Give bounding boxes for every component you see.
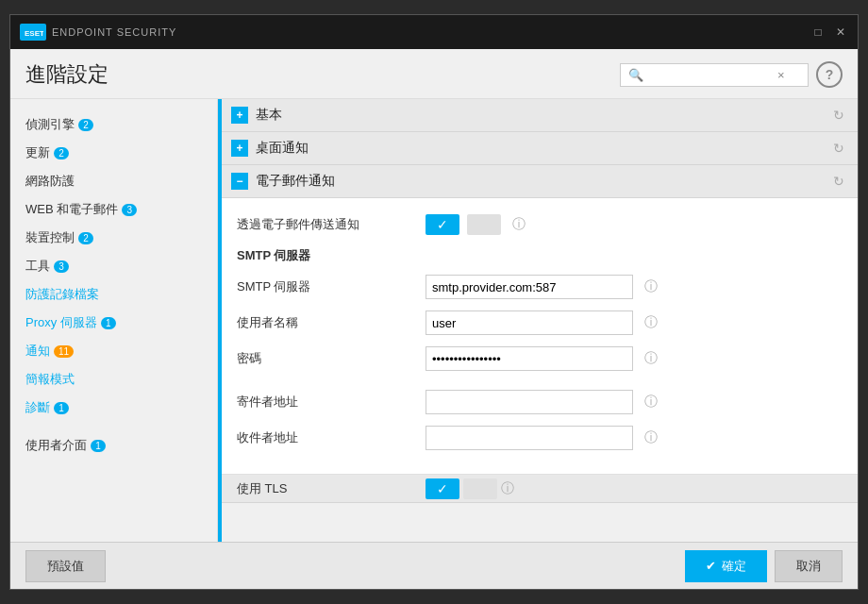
badge-detection-engine: 2	[78, 119, 93, 131]
sidebar-item-user-interface[interactable]: 使用者介面 1	[10, 431, 217, 460]
section-desktop-expand-icon: +	[231, 140, 248, 157]
section-basic-expand-icon: +	[231, 107, 248, 124]
section-desktop-reset-button[interactable]: ↻	[833, 141, 844, 156]
eset-logo-icon: ESET	[20, 24, 46, 41]
badge-diagnostics: 1	[54, 402, 69, 414]
label-username: 使用者名稱	[237, 314, 426, 331]
info-icon-recipient[interactable]: ⓘ	[644, 429, 658, 446]
sidebar-item-web-email[interactable]: WEB 和電子郵件 3	[10, 195, 217, 224]
control-password: ⓘ	[426, 346, 839, 371]
info-icon-sender[interactable]: ⓘ	[644, 394, 658, 411]
sidebar-item-tools[interactable]: 工具 3	[10, 252, 217, 280]
label-recipient: 收件者地址	[237, 429, 426, 446]
footer-right: ✔ 確定 取消	[685, 550, 843, 582]
input-password[interactable]	[426, 346, 633, 371]
sidebar-item-report-mode[interactable]: 簡報模式	[10, 365, 217, 394]
section-email-notification-header[interactable]: − 電子郵件通知 ↻	[218, 165, 858, 198]
label-smtp-server: SMTP 伺服器	[237, 278, 426, 295]
sidebar-label-update: 更新	[25, 144, 50, 161]
sidebar-item-detection-engine[interactable]: 偵測引擎 2	[10, 110, 217, 139]
toggle-tls-off[interactable]	[463, 478, 497, 499]
page-title: 進階設定	[25, 60, 108, 89]
badge-web-email: 3	[122, 204, 137, 216]
info-icon-smtp-server[interactable]: ⓘ	[644, 278, 658, 295]
sidebar-item-update[interactable]: 更新 2	[10, 139, 217, 167]
header-right: 🔍 × ?	[620, 61, 843, 88]
cancel-button[interactable]: 取消	[775, 550, 843, 582]
titlebar: ESET ENDPOINT SECURITY □ ✕	[10, 15, 858, 49]
label-sender: 寄件者地址	[237, 394, 426, 411]
minimize-button[interactable]: □	[810, 25, 826, 40]
sidebar-label-web-email: WEB 和電子郵件	[25, 201, 118, 218]
sidebar-label-diagnostics: 診斷	[25, 399, 50, 416]
section-email-reset-button[interactable]: ↻	[833, 174, 844, 189]
section-email-body: 透過電子郵件傳送通知 ✓ ⓘ SMTP 伺服器 SMTP 伺服	[218, 198, 858, 475]
toggle-tls[interactable]: ✓	[426, 478, 459, 499]
blue-accent-bar	[218, 99, 222, 542]
sidebar-item-network-protection[interactable]: 網路防護	[10, 167, 217, 195]
default-button[interactable]: 預設值	[25, 550, 106, 582]
info-icon-username[interactable]: ⓘ	[644, 314, 658, 331]
form-row-sender: 寄件者地址 ⓘ	[237, 389, 839, 415]
sidebar-label-report-mode: 簡報模式	[25, 371, 75, 388]
toggle-send-email-off[interactable]	[467, 214, 501, 235]
input-username[interactable]	[426, 310, 633, 335]
confirm-label: 確定	[722, 558, 746, 575]
form-row-password: 密碼 ⓘ	[237, 345, 839, 372]
sidebar-label-notification: 通知	[25, 343, 50, 360]
badge-update: 2	[54, 147, 69, 159]
footer: 預設值 ✔ 確定 取消	[10, 542, 858, 589]
section-desktop-notification-header[interactable]: + 桌面通知 ↻	[218, 132, 858, 165]
control-username: ⓘ	[426, 310, 839, 335]
info-icon-password[interactable]: ⓘ	[644, 350, 658, 367]
main-content: + 基本 ↻ + 桌面通知 ↻ − 電子郵件通知 ↻	[218, 99, 858, 542]
sidebar-label-user-interface: 使用者介面	[25, 437, 87, 454]
smtp-section-label: SMTP 伺服器	[237, 247, 839, 264]
sidebar-label-protection-log: 防護記錄檔案	[25, 286, 99, 303]
badge-proxy-server: 1	[101, 317, 116, 329]
control-smtp-server: ⓘ	[426, 275, 839, 299]
input-smtp-server[interactable]	[426, 275, 633, 299]
form-row-recipient: 收件者地址 ⓘ	[237, 425, 839, 451]
sidebar-label-proxy-server: Proxy 伺服器	[25, 314, 97, 331]
sidebar-item-proxy-server[interactable]: Proxy 伺服器 1	[10, 309, 217, 337]
label-send-email: 透過電子郵件傳送通知	[237, 216, 426, 233]
confirm-icon: ✔	[706, 559, 716, 573]
badge-tools: 3	[54, 260, 69, 273]
titlebar-logo: ESET ENDPOINT SECURITY	[20, 24, 176, 41]
form-row-smtp-server: SMTP 伺服器 ⓘ	[237, 274, 839, 300]
header-bar: 進階設定 🔍 × ?	[10, 49, 858, 99]
search-icon: 🔍	[628, 68, 643, 82]
sidebar-item-notification[interactable]: 通知 11	[10, 337, 217, 365]
label-tls-partial: 使用 TLS	[237, 480, 426, 497]
sidebar-item-protection-log[interactable]: 防護記錄檔案	[10, 280, 217, 309]
badge-device-control: 2	[78, 232, 93, 244]
confirm-button[interactable]: ✔ 確定	[685, 550, 767, 582]
toggle-send-email[interactable]: ✓	[426, 214, 459, 235]
search-input[interactable]	[649, 68, 772, 82]
close-button[interactable]: ✕	[833, 25, 848, 40]
sidebar-item-device-control[interactable]: 裝置控制 2	[10, 224, 217, 252]
search-clear-button[interactable]: ×	[777, 68, 785, 82]
section-basic-title: 基本	[256, 107, 826, 124]
section-email-title: 電子郵件通知	[256, 173, 826, 190]
input-recipient[interactable]	[426, 426, 633, 450]
checkmark-icon: ✓	[437, 217, 448, 232]
titlebar-controls: □ ✕	[810, 25, 848, 40]
sidebar-label-device-control: 裝置控制	[25, 229, 75, 246]
info-icon-tls[interactable]: ⓘ	[501, 480, 514, 497]
sidebar-label-tools: 工具	[25, 258, 50, 275]
help-button[interactable]: ?	[816, 61, 843, 88]
section-basic-header[interactable]: + 基本 ↻	[218, 99, 858, 132]
main-layout: 偵測引擎 2 更新 2 網路防護 WEB 和電子郵件 3 裝置控制 2	[10, 99, 858, 542]
svg-text:ESET: ESET	[25, 29, 43, 38]
section-basic-reset-button[interactable]: ↻	[833, 108, 844, 123]
input-sender[interactable]	[426, 390, 633, 414]
label-password: 密碼	[237, 350, 426, 367]
info-icon-send-email[interactable]: ⓘ	[512, 216, 526, 233]
checkmark-tls-icon: ✓	[437, 481, 448, 496]
sidebar-label-detection-engine: 偵測引擎	[25, 116, 75, 133]
sidebar-label-network-protection: 網路防護	[25, 173, 75, 190]
form-row-send-email: 透過電子郵件傳送通知 ✓ ⓘ	[237, 211, 839, 238]
sidebar-item-diagnostics[interactable]: 診斷 1	[10, 394, 217, 422]
